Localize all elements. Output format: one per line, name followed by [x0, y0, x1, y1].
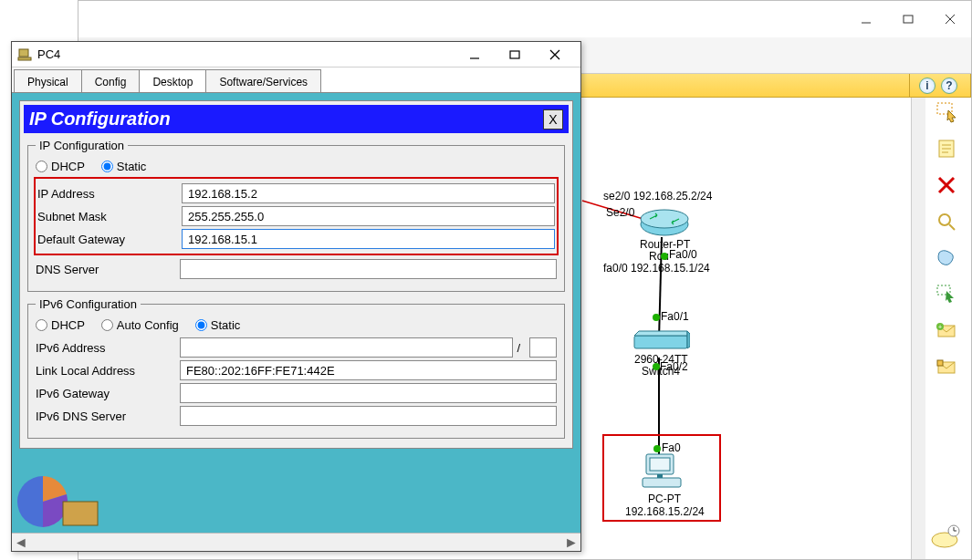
- svg-rect-1: [904, 16, 913, 23]
- tab-desktop[interactable]: Desktop: [139, 69, 206, 92]
- row-dns-server: DNS Server: [36, 259, 557, 279]
- label-fa00-side: Fa0/0: [669, 248, 697, 261]
- tab-config[interactable]: Config: [81, 69, 141, 92]
- ipv6-radio-row: DHCP Auto Config Static: [36, 318, 557, 332]
- resize-tool-icon[interactable]: [931, 281, 962, 308]
- svg-rect-37: [18, 57, 31, 60]
- row-subnet-mask: Subnet Mask: [37, 206, 555, 226]
- ip-panel-title-text: IP Configuration: [29, 109, 171, 130]
- input-ipv6-dns[interactable]: [180, 406, 557, 426]
- link-status-dot: [653, 363, 660, 370]
- radio-ipv6-autoconfig[interactable]: Auto Config: [101, 318, 179, 332]
- pc4-titlebar[interactable]: PC4: [12, 42, 580, 67]
- delete-tool-icon[interactable]: [931, 171, 962, 199]
- label-ipv6-gateway: IPv6 Gateway: [36, 387, 180, 400]
- label-fa00-ip: fa0/0 192.168.15.1/24: [603, 262, 710, 275]
- realtime-clock-icon[interactable]: [928, 524, 961, 553]
- ipv4-legend: IP Configuration: [36, 139, 128, 152]
- pc4-window: PC4 Physical Config Desktop Software/Ser…: [11, 41, 581, 552]
- help-icon[interactable]: ?: [941, 78, 957, 94]
- window-minimize-button[interactable]: [845, 1, 887, 37]
- ipv4-radio-row: DHCP Static: [36, 160, 557, 173]
- pc4-close-button[interactable]: [535, 43, 575, 67]
- pc4-title: PC4: [37, 47, 455, 61]
- input-ipv6-gateway[interactable]: [180, 383, 557, 403]
- desktop-app-icon[interactable]: [16, 474, 99, 529]
- pc4-tab-bar: Physical Config Desktop Software/Service…: [12, 67, 580, 93]
- svg-rect-29: [634, 336, 687, 348]
- radio-static-label: Static: [117, 160, 147, 173]
- label-link-local: Link Local Address: [36, 364, 180, 378]
- magnify-tool-icon[interactable]: [931, 208, 962, 235]
- pc4-horizontal-scroll[interactable]: ◄ ►: [12, 533, 580, 551]
- select-tool-icon[interactable]: [931, 99, 962, 126]
- tab-software-services[interactable]: Software/Services: [205, 69, 321, 92]
- svg-marker-31: [687, 331, 690, 348]
- right-tool-palette: +: [928, 99, 965, 381]
- svg-rect-18: [937, 360, 943, 366]
- radio-static[interactable]: Static: [101, 160, 147, 173]
- shape-tool-icon[interactable]: [931, 244, 962, 272]
- input-subnet-mask[interactable]: [182, 206, 555, 226]
- input-default-gateway[interactable]: [182, 229, 555, 249]
- ip-configuration-panel: IP Configuration X IP Configuration DHCP…: [19, 100, 573, 449]
- label-fa01: Fa0/1: [661, 310, 689, 323]
- link-status-dot: [653, 314, 660, 321]
- pc4-body: IP Configuration X IP Configuration DHCP…: [12, 93, 580, 533]
- svg-point-11: [939, 214, 950, 225]
- label-ip-address: IP Address: [37, 187, 182, 201]
- radio-dhcp[interactable]: DHCP: [36, 160, 85, 173]
- window-close-button[interactable]: [929, 1, 971, 37]
- router-device[interactable]: [639, 206, 690, 243]
- info-icon[interactable]: i: [919, 78, 935, 94]
- row-ipv6-dns: IPv6 DNS Server: [36, 406, 557, 426]
- input-ipv6-address[interactable]: [180, 337, 513, 358]
- envelope-add-icon[interactable]: +: [931, 317, 962, 345]
- row-ipv6-address: IPv6 Address /: [36, 337, 557, 358]
- label-ipv6-address: IPv6 Address: [36, 341, 180, 355]
- highlight-pc: [602, 434, 721, 522]
- row-default-gateway: Default Gateway: [37, 229, 555, 249]
- label-subnet-mask: Subnet Mask: [37, 210, 182, 223]
- label-ipv6-dns: IPv6 DNS Server: [36, 410, 180, 423]
- window-maximize-button[interactable]: [887, 1, 929, 37]
- label-dns-server: DNS Server: [36, 263, 180, 276]
- svg-point-28: [641, 210, 688, 228]
- radio-ipv6-static-label: Static: [211, 318, 241, 332]
- radio-dhcp-label: DHCP: [51, 160, 85, 173]
- vertical-scrollbar[interactable]: [911, 98, 925, 559]
- scroll-left-icon[interactable]: ◄: [12, 534, 30, 551]
- tab-physical[interactable]: Physical: [14, 69, 82, 92]
- input-link-local[interactable]: [180, 360, 557, 380]
- scroll-track[interactable]: [30, 534, 562, 551]
- note-tool-icon[interactable]: [931, 135, 962, 162]
- scroll-right-icon[interactable]: ►: [562, 534, 580, 551]
- ipv6-slash: /: [513, 341, 524, 355]
- row-ipv6-gateway: IPv6 Gateway: [36, 383, 557, 403]
- row-link-local: Link Local Address: [36, 360, 557, 380]
- label-fa02: Fa0/2: [660, 360, 688, 373]
- ipv6-fieldset: IPv6 Configuration DHCP Auto Config Stat…: [27, 297, 565, 439]
- radio-ipv6-static[interactable]: Static: [195, 318, 241, 332]
- svg-text:+: +: [938, 324, 942, 330]
- pc4-minimize-button[interactable]: [455, 43, 495, 67]
- input-ipv6-prefix[interactable]: [529, 337, 557, 358]
- input-ip-address[interactable]: [182, 183, 555, 203]
- svg-line-12: [949, 224, 955, 230]
- ipv6-legend: IPv6 Configuration: [36, 297, 141, 311]
- input-dns-server[interactable]: [180, 259, 557, 279]
- link-status-dot: [661, 253, 668, 260]
- ip-panel-close-button[interactable]: X: [543, 109, 563, 130]
- label-default-gateway: Default Gateway: [37, 233, 182, 246]
- svg-rect-39: [510, 51, 519, 58]
- svg-rect-42: [63, 502, 98, 525]
- main-titlebar: [78, 1, 971, 37]
- label-se20-ip: se2/0 192.168.25.2/24: [603, 190, 712, 202]
- radio-ipv6-dhcp[interactable]: DHCP: [36, 318, 85, 332]
- radio-ipv6-autoconfig-label: Auto Config: [117, 318, 179, 332]
- svg-marker-30: [634, 331, 687, 336]
- svg-rect-36: [19, 49, 28, 57]
- envelope-edit-icon[interactable]: [931, 354, 962, 381]
- pc4-maximize-button[interactable]: [495, 43, 535, 67]
- row-ip-address: IP Address: [37, 183, 555, 203]
